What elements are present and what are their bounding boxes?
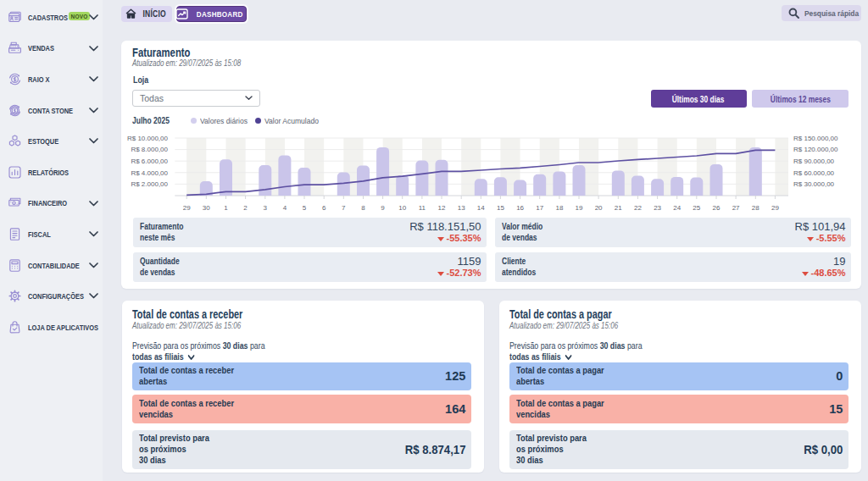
svg-text:18: 18	[555, 204, 563, 212]
svg-text:7: 7	[342, 204, 346, 212]
svg-text:20: 20	[595, 204, 603, 212]
svg-text:5: 5	[303, 204, 307, 212]
svg-text:16: 16	[516, 204, 524, 212]
svg-text:11: 11	[419, 204, 426, 212]
svg-text:2: 2	[243, 204, 248, 212]
svg-text:R$ 60.000,00: R$ 60.000,00	[793, 169, 835, 177]
svg-text:R$ 4.000,00: R$ 4.000,00	[131, 169, 168, 177]
svg-text:23: 23	[654, 204, 661, 212]
svg-text:15: 15	[497, 204, 504, 212]
svg-text:R$ 90.000,00: R$ 90.000,00	[793, 158, 835, 165]
svg-text:R$ 150.000,00: R$ 150.000,00	[793, 135, 838, 142]
svg-text:25: 25	[693, 204, 700, 212]
svg-text:R$ 8.000,00: R$ 8.000,00	[131, 146, 168, 153]
svg-text:12: 12	[438, 204, 446, 212]
svg-text:9: 9	[381, 204, 385, 212]
svg-text:28: 28	[752, 204, 760, 212]
svg-text:14: 14	[477, 204, 485, 212]
svg-text:22: 22	[634, 204, 642, 212]
svg-text:13: 13	[458, 204, 465, 212]
svg-text:24: 24	[673, 204, 681, 212]
svg-text:26: 26	[713, 204, 721, 212]
svg-text:29: 29	[183, 204, 191, 212]
svg-text:R$ 30.000,00: R$ 30.000,00	[793, 180, 835, 188]
svg-text:19: 19	[576, 204, 583, 212]
svg-text:R$ 10.000,00: R$ 10.000,00	[127, 135, 169, 142]
svg-text:R$ 120.000,00: R$ 120.000,00	[793, 146, 838, 153]
svg-text:R$ 6.000,00: R$ 6.000,00	[131, 158, 168, 165]
svg-text:4: 4	[283, 204, 287, 212]
svg-text:6: 6	[322, 204, 326, 212]
svg-text:29: 29	[771, 204, 779, 212]
svg-text:8: 8	[361, 204, 365, 212]
svg-text:27: 27	[732, 204, 740, 212]
svg-text:30: 30	[203, 204, 210, 212]
svg-text:17: 17	[536, 204, 543, 212]
svg-text:21: 21	[615, 204, 622, 212]
svg-text:R$ 2.000,00: R$ 2.000,00	[131, 180, 168, 188]
svg-text:3: 3	[264, 204, 268, 212]
svg-text:1: 1	[224, 204, 228, 212]
svg-text:10: 10	[398, 204, 406, 212]
